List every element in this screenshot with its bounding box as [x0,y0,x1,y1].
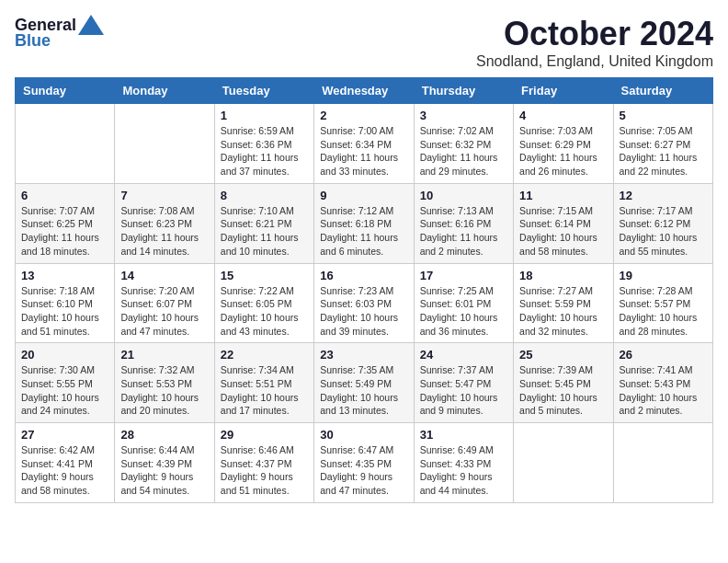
calendar-cell: 3Sunrise: 7:02 AM Sunset: 6:32 PM Daylig… [414,104,513,184]
day-number: 24 [420,348,507,362]
day-info: Sunrise: 7:27 AM Sunset: 5:59 PM Dayligh… [519,284,607,339]
calendar-week-2: 6Sunrise: 7:07 AM Sunset: 6:25 PM Daylig… [16,183,713,263]
day-info: Sunrise: 7:39 AM Sunset: 5:45 PM Dayligh… [519,363,607,418]
day-info: Sunrise: 7:32 AM Sunset: 5:53 PM Dayligh… [120,363,208,418]
calendar-cell: 4Sunrise: 7:03 AM Sunset: 6:29 PM Daylig… [514,104,613,184]
title-section: October 2024 Snodland, England, United K… [476,15,713,70]
day-number: 1 [221,109,308,122]
calendar-header-row: SundayMondayTuesdayWednesdayThursdayFrid… [16,78,713,104]
day-number: 5 [620,109,707,122]
day-number: 15 [221,269,308,282]
day-info: Sunrise: 6:59 AM Sunset: 6:36 PM Dayligh… [221,124,308,178]
calendar-cell: 11Sunrise: 7:15 AM Sunset: 6:14 PM Dayli… [514,183,613,263]
day-number: 8 [221,189,308,202]
day-number: 19 [620,269,707,282]
calendar-header-friday: Friday [514,78,613,104]
calendar-cell [613,423,712,503]
calendar-header-saturday: Saturday [613,78,712,104]
day-number: 29 [221,428,308,442]
day-info: Sunrise: 6:47 AM Sunset: 4:35 PM Dayligh… [320,443,407,498]
day-number: 2 [320,109,407,122]
calendar-cell: 7Sunrise: 7:08 AM Sunset: 6:23 PM Daylig… [115,183,214,263]
day-info: Sunrise: 7:08 AM Sunset: 6:23 PM Dayligh… [120,204,208,259]
calendar-cell: 19Sunrise: 7:28 AM Sunset: 5:57 PM Dayli… [613,263,712,343]
calendar-cell: 10Sunrise: 7:13 AM Sunset: 6:16 PM Dayli… [414,183,513,263]
calendar-body: 1Sunrise: 6:59 AM Sunset: 6:36 PM Daylig… [16,104,713,503]
calendar-week-3: 13Sunrise: 7:18 AM Sunset: 6:10 PM Dayli… [16,263,713,343]
day-number: 28 [120,428,208,442]
calendar-cell [115,104,214,184]
calendar-cell: 26Sunrise: 7:41 AM Sunset: 5:43 PM Dayli… [613,343,712,423]
day-info: Sunrise: 7:03 AM Sunset: 6:29 PM Dayligh… [519,124,607,178]
day-info: Sunrise: 7:18 AM Sunset: 6:10 PM Dayligh… [21,284,108,339]
calendar-cell: 27Sunrise: 6:42 AM Sunset: 4:41 PM Dayli… [16,423,115,503]
day-number: 16 [320,269,407,282]
day-info: Sunrise: 7:23 AM Sunset: 6:03 PM Dayligh… [320,284,407,339]
day-number: 26 [620,348,707,362]
day-info: Sunrise: 7:34 AM Sunset: 5:51 PM Dayligh… [221,363,308,418]
calendar-table: SundayMondayTuesdayWednesdayThursdayFrid… [15,77,713,503]
day-number: 6 [21,189,108,202]
calendar-header-sunday: Sunday [16,78,115,104]
calendar-header-wednesday: Wednesday [314,78,414,104]
calendar-header-monday: Monday [115,78,214,104]
day-number: 31 [420,428,507,442]
calendar-cell [514,423,613,503]
calendar-header-tuesday: Tuesday [214,78,313,104]
day-info: Sunrise: 7:02 AM Sunset: 6:32 PM Dayligh… [420,124,507,178]
calendar-header-thursday: Thursday [414,78,513,104]
day-info: Sunrise: 7:12 AM Sunset: 6:18 PM Dayligh… [320,204,407,259]
calendar-cell: 23Sunrise: 7:35 AM Sunset: 5:49 PM Dayli… [314,343,414,423]
day-number: 11 [519,189,607,202]
calendar-cell: 5Sunrise: 7:05 AM Sunset: 6:27 PM Daylig… [613,104,712,184]
day-number: 18 [519,269,607,282]
day-info: Sunrise: 7:41 AM Sunset: 5:43 PM Dayligh… [620,363,707,418]
calendar-cell: 15Sunrise: 7:22 AM Sunset: 6:05 PM Dayli… [214,263,313,343]
calendar-week-5: 27Sunrise: 6:42 AM Sunset: 4:41 PM Dayli… [16,423,713,503]
day-info: Sunrise: 7:30 AM Sunset: 5:55 PM Dayligh… [21,363,108,418]
calendar-cell: 18Sunrise: 7:27 AM Sunset: 5:59 PM Dayli… [514,263,613,343]
day-number: 7 [120,189,208,202]
calendar-cell: 8Sunrise: 7:10 AM Sunset: 6:21 PM Daylig… [214,183,313,263]
page-header: General Blue October 2024 Snodland, Engl… [15,15,713,70]
calendar-cell: 12Sunrise: 7:17 AM Sunset: 6:12 PM Dayli… [613,183,712,263]
day-number: 3 [420,109,507,122]
day-info: Sunrise: 7:15 AM Sunset: 6:14 PM Dayligh… [519,204,607,259]
day-info: Sunrise: 7:20 AM Sunset: 6:07 PM Dayligh… [120,284,208,339]
calendar-cell: 13Sunrise: 7:18 AM Sunset: 6:10 PM Dayli… [16,263,115,343]
day-info: Sunrise: 7:05 AM Sunset: 6:27 PM Dayligh… [620,124,707,178]
day-info: Sunrise: 7:28 AM Sunset: 5:57 PM Dayligh… [620,284,707,339]
calendar-week-4: 20Sunrise: 7:30 AM Sunset: 5:55 PM Dayli… [16,343,713,423]
day-number: 17 [420,269,507,282]
day-number: 14 [120,269,208,282]
day-info: Sunrise: 6:42 AM Sunset: 4:41 PM Dayligh… [21,443,108,498]
day-number: 22 [221,348,308,362]
calendar-cell: 31Sunrise: 6:49 AM Sunset: 4:33 PM Dayli… [414,423,513,503]
calendar-cell: 6Sunrise: 7:07 AM Sunset: 6:25 PM Daylig… [16,183,115,263]
calendar-week-1: 1Sunrise: 6:59 AM Sunset: 6:36 PM Daylig… [16,104,713,184]
calendar-cell: 9Sunrise: 7:12 AM Sunset: 6:18 PM Daylig… [314,183,414,263]
day-number: 25 [519,348,607,362]
day-number: 12 [620,189,707,202]
day-number: 10 [420,189,507,202]
day-info: Sunrise: 7:13 AM Sunset: 6:16 PM Dayligh… [420,204,507,259]
day-number: 13 [21,269,108,282]
day-number: 27 [21,428,108,442]
logo-icon [78,15,104,35]
day-number: 30 [320,428,407,442]
calendar-cell: 14Sunrise: 7:20 AM Sunset: 6:07 PM Dayli… [115,263,214,343]
day-number: 23 [320,348,407,362]
logo: General Blue [15,15,104,51]
day-number: 21 [120,348,208,362]
day-number: 20 [21,348,108,362]
calendar-cell [16,104,115,184]
month-title: October 2024 [476,15,713,53]
calendar-cell: 25Sunrise: 7:39 AM Sunset: 5:45 PM Dayli… [514,343,613,423]
calendar-cell: 20Sunrise: 7:30 AM Sunset: 5:55 PM Dayli… [16,343,115,423]
calendar-cell: 28Sunrise: 6:44 AM Sunset: 4:39 PM Dayli… [115,423,214,503]
day-info: Sunrise: 7:17 AM Sunset: 6:12 PM Dayligh… [620,204,707,259]
calendar-cell: 22Sunrise: 7:34 AM Sunset: 5:51 PM Dayli… [214,343,313,423]
logo-blue-text: Blue [15,31,51,51]
day-info: Sunrise: 6:46 AM Sunset: 4:37 PM Dayligh… [221,443,308,498]
day-info: Sunrise: 6:44 AM Sunset: 4:39 PM Dayligh… [120,443,208,498]
